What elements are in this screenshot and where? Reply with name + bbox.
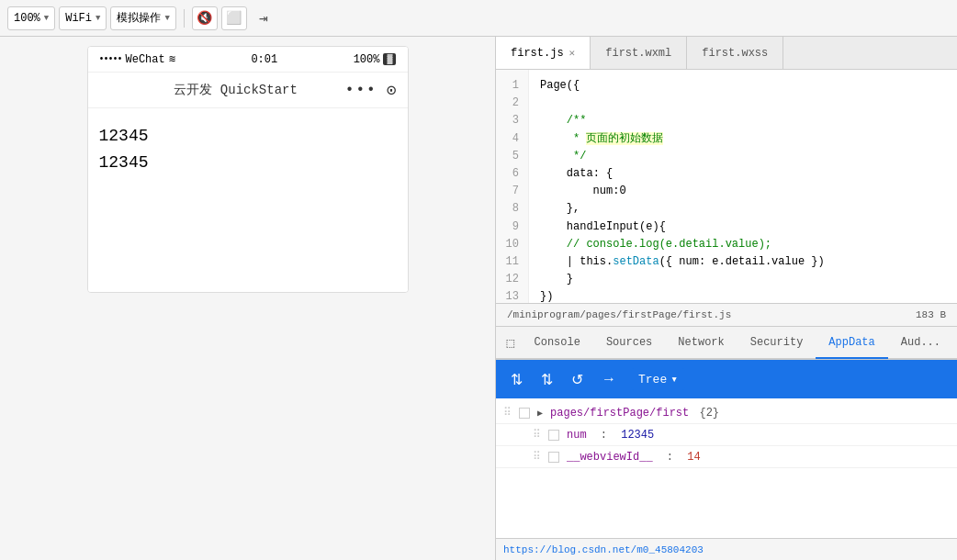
tree-key-webviewid: __webviewId__ [567, 451, 653, 464]
tree-key-num: num [567, 429, 587, 442]
checkbox-3[interactable] [548, 452, 559, 463]
appdata-btn-down[interactable]: ⇅ [537, 369, 557, 390]
wifi-icon: ≋ [169, 52, 175, 66]
tree-row-num: ⠿ num : 12345 [496, 424, 957, 446]
line-num-9: 9 [505, 218, 519, 236]
devtools-tab-console-label: Console [534, 336, 580, 349]
tab-first-wxss[interactable]: first.wxss [687, 37, 783, 69]
status-left: ••••• WeChat ≋ [99, 52, 175, 66]
nav-menu-icon[interactable]: ••• [345, 82, 377, 98]
battery-icon: ▓ [383, 53, 396, 65]
devtools-inspect-icon[interactable]: ⬚ [500, 327, 521, 358]
signal-dots: ••••• [99, 54, 122, 64]
devtools-tabs: ⬚ Console Sources Network Security AppDa… [496, 327, 957, 360]
line-num-7: 7 [505, 183, 519, 200]
main-area: ••••• WeChat ≋ 0:01 100% ▓ 云开发 QuickStar… [0, 37, 957, 560]
tab-first-wxml[interactable]: first.wxml [591, 37, 687, 69]
simulate-select[interactable]: 模拟操作 ▼ [110, 6, 175, 30]
tree-label: Tree [638, 373, 667, 386]
devtools-tab-sources-label: Sources [606, 336, 652, 349]
page-title: 云开发 QuickStart [174, 82, 297, 98]
line-num-1: 1 [505, 77, 519, 95]
url-text: https://blog.csdn.net/m0_45804203 [503, 544, 704, 555]
tree-value-webviewid: 14 [687, 451, 700, 464]
line-num-3: 3 [505, 112, 519, 129]
line-num-11: 11 [505, 253, 519, 271]
devtools-tab-security[interactable]: Security [737, 327, 816, 358]
devtools-tab-network[interactable]: Network [665, 327, 737, 358]
line-num-10: 10 [505, 236, 519, 253]
appdata-btn-up[interactable]: ⇅ [507, 369, 526, 390]
devtools-tab-security-label: Security [750, 336, 804, 349]
devtools-tab-appdata-label: AppData [828, 336, 874, 349]
tree-key-pages: pages/firstPage/first [550, 407, 689, 420]
line-num-4: 4 [505, 130, 519, 148]
file-path: /miniprogram/pages/firstPage/first.js [507, 309, 731, 320]
devtools-panel: ⬚ Console Sources Network Security AppDa… [496, 327, 957, 560]
expand-icon: ⇥ [259, 9, 268, 28]
devtools-tab-network-label: Network [678, 336, 724, 349]
tree-value-num: 12345 [621, 429, 654, 442]
simulate-value: 模拟操作 [117, 10, 161, 26]
line-numbers: 1 2 3 4 5 6 7 8 9 10 11 12 13 [496, 70, 529, 303]
screen-icon: ⬜ [226, 10, 242, 26]
drag-handle-1: ⠿ [503, 406, 512, 420]
url-bar: https://blog.csdn.net/m0_45804203 [496, 538, 957, 560]
tree-content: ⠿ ▶ pages/firstPage/first {2} ⠿ num : 12… [496, 398, 957, 472]
phone-status-bar: ••••• WeChat ≋ 0:01 100% ▓ [88, 47, 408, 73]
tab-first-js[interactable]: first.js ✕ [496, 37, 591, 69]
phone-panel: ••••• WeChat ≋ 0:01 100% ▓ 云开发 QuickStar… [0, 37, 496, 560]
checkbox-1[interactable] [519, 408, 530, 419]
drag-handle-2: ⠿ [533, 428, 541, 442]
zoom-value: 100% [14, 12, 40, 25]
tree-colon-webviewid: : [660, 451, 681, 464]
nav-record-icon[interactable]: ⊙ [387, 80, 397, 100]
file-size: 183 B [916, 309, 946, 320]
line-num-6: 6 [505, 165, 519, 183]
toolbar-divider [184, 9, 185, 28]
content-value2: 12345 [99, 150, 397, 176]
mute-icon: 🔇 [197, 10, 212, 26]
phone-content: 12345 12345 [88, 108, 408, 292]
simulate-chevron: ▼ [164, 14, 169, 23]
mute-button[interactable]: 🔇 [192, 6, 218, 30]
checkbox-2[interactable] [548, 430, 559, 441]
content-value1: 12345 [99, 123, 397, 150]
tree-row-webviewid: ⠿ __webviewId__ : 14 [496, 446, 957, 468]
zoom-select[interactable]: 100% ▼ [7, 6, 55, 30]
phone-nav-bar: 云开发 QuickStart ••• ⊙ [88, 73, 408, 108]
line-num-8: 8 [505, 200, 519, 218]
tree-colon-num: : [594, 429, 614, 442]
close-first-js-icon[interactable]: ✕ [569, 47, 576, 59]
tab-label-first-wxss: first.wxss [702, 47, 768, 60]
code-editor[interactable]: Page({ /** * 页面的初始数据 */ data: { num:0 },… [529, 70, 957, 303]
appdata-btn-refresh[interactable]: ↺ [568, 369, 587, 390]
status-bar: /miniprogram/pages/firstPage/first.js 18… [496, 303, 957, 327]
devtools-tab-console[interactable]: Console [521, 327, 592, 358]
devtools-tab-sources[interactable]: Sources [593, 327, 665, 358]
editor-tabs: first.js ✕ first.wxml first.wxss [496, 37, 957, 70]
appdata-tree-dropdown[interactable]: Tree ▾ [631, 368, 685, 390]
battery-pct: 100% [354, 53, 380, 66]
code-area: 1 2 3 4 5 6 7 8 9 10 11 12 13 Page({ /**… [496, 70, 957, 303]
devtools-content: ⇅ ⇅ ↺ → Tree ▾ ⠿ ▶ pages/ [496, 360, 957, 538]
devtools-tab-audits[interactable]: Aud... [888, 327, 953, 358]
tree-brace: {2} [692, 407, 719, 420]
devtools-tab-audits-label: Aud... [901, 336, 940, 349]
right-panel: first.js ✕ first.wxml first.wxss 1 2 3 4… [496, 37, 957, 560]
tree-row-pages: ⠿ ▶ pages/firstPage/first {2} [496, 402, 957, 424]
tab-label-first-js: first.js [511, 47, 564, 60]
line-num-5: 5 [505, 148, 519, 165]
network-chevron: ▼ [96, 14, 100, 23]
network-value: WiFi [65, 12, 92, 25]
tree-chevron-icon: ▾ [670, 372, 678, 386]
line-num-2: 2 [505, 95, 519, 112]
appdata-btn-forward[interactable]: → [598, 369, 620, 389]
network-select[interactable]: WiFi ▼ [59, 6, 107, 30]
devtools-tab-appdata[interactable]: AppData [816, 328, 887, 359]
expand-button[interactable]: ⇥ [251, 6, 276, 30]
arrow-1[interactable]: ▶ [537, 408, 543, 419]
screen-button[interactable]: ⬜ [221, 6, 247, 30]
appdata-toolbar: ⇅ ⇅ ↺ → Tree ▾ [496, 360, 957, 398]
top-toolbar: 100% ▼ WiFi ▼ 模拟操作 ▼ 🔇 ⬜ ⇥ [0, 0, 957, 37]
